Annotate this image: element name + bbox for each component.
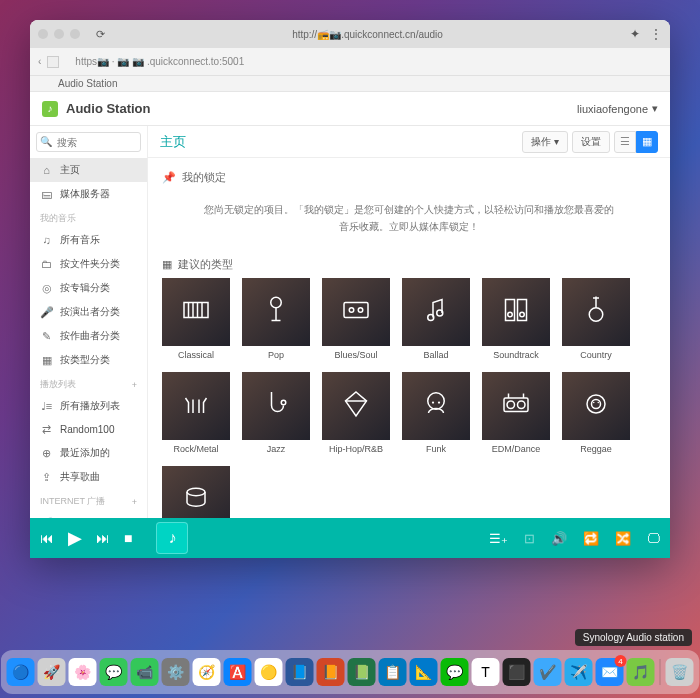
add-icon[interactable]: + [132,380,137,390]
dock-icon-chrome[interactable]: 🟡 [255,658,283,686]
dock-icon-settings[interactable]: ⚙️ [162,658,190,686]
list-view-button[interactable]: ☰ [614,131,636,153]
repeat-button[interactable]: 🔁 [583,531,599,546]
dock-icon-audio-station[interactable]: 🎵 [627,658,655,686]
sidebar-item-server[interactable]: 🖴 媒体服务器 [30,182,147,206]
sax-icon [258,386,294,426]
output-device-button[interactable]: 🖵 [647,531,660,546]
dock-icon-safari[interactable]: 🧭 [193,658,221,686]
genre-tile-afro [402,372,470,440]
dock-icon-terminal[interactable]: ⬛ [503,658,531,686]
lyrics-button[interactable]: ⊡ [524,531,535,546]
svg-point-20 [281,400,286,405]
dock-icon-appstore[interactable]: 🅰️ [224,658,252,686]
play-button[interactable]: ▶ [68,527,82,549]
genre-item[interactable]: Country [562,278,630,360]
svg-point-17 [589,308,603,322]
maximize-window-icon[interactable] [70,29,80,39]
sidebar-item-composer[interactable]: ✎ 按作曲者分类 [30,324,147,348]
dock-icon-launchpad[interactable]: 🚀 [38,658,66,686]
genre-tile-cassette [322,278,390,346]
address-bar[interactable]: http://📻📷.quickconnect.cn/audio [105,29,630,40]
grid-view-button[interactable]: ▦ [636,131,658,153]
favicon-icon [47,56,59,68]
dock-icon-messages[interactable]: 💬 [100,658,128,686]
settings-button[interactable]: 设置 [572,131,610,153]
dock-icon-facetime[interactable]: 📹 [131,658,159,686]
sidebar-item-plus[interactable]: ⊕ 最近添加的 [30,441,147,465]
genre-item[interactable]: Soundtrack [482,278,550,360]
svg-point-9 [349,308,354,313]
dock-icon-trash[interactable]: 🗑️ [666,658,694,686]
genre-item[interactable]: Pop [242,278,310,360]
volume-button[interactable]: 🔊 [551,531,567,546]
sidebar-item-disc[interactable]: ◎ 按专辑分类 [30,276,147,300]
dock-icon-excel[interactable]: 📗 [348,658,376,686]
sidebar-item-shuffle[interactable]: ⇄ Random100 [30,418,147,441]
extensions-icon[interactable]: ✦ [630,27,640,41]
sidebar-item-genre-grid[interactable]: ▦ 按类型分类 [30,348,147,372]
next-track-button[interactable]: ⏭ [96,530,110,546]
sidebar-item-share[interactable]: ⇪ 共享歌曲 [30,465,147,489]
genre-icon: ▦ [162,258,172,271]
genre-item[interactable]: Funk [402,372,470,454]
user-menu[interactable]: liuxiaofengone ▾ [577,102,658,115]
back-icon[interactable]: ‹ [38,56,41,67]
genre-item[interactable]: Hip-Hop/R&B [322,372,390,454]
close-window-icon[interactable] [38,29,48,39]
previous-track-button[interactable]: ⏮ [40,530,54,546]
sidebar-item-label: 所有播放列表 [60,399,120,413]
dock-tooltip: Synology Audio station [575,629,692,646]
composer-icon: ✎ [40,330,53,343]
shuffle-button[interactable]: 🔀 [615,531,631,546]
dock-icon-something[interactable]: ✔️ [534,658,562,686]
actions-dropdown[interactable]: 操作 ▾ [522,131,568,153]
wechat-icon: 💬 [446,664,463,680]
sidebar-item-folder[interactable]: 🗀 按文件夹分类 [30,252,147,276]
sidebar-item-artist[interactable]: 🎤 按演出者分类 [30,300,147,324]
sidebar-item-label: 按专辑分类 [60,281,110,295]
dock-icon-powerpoint[interactable]: 📙 [317,658,345,686]
svg-point-23 [432,401,434,403]
svg-point-22 [428,393,445,410]
drum-icon [178,480,214,518]
genre-item[interactable]: Reggae [562,372,630,454]
dock-icon-wechat[interactable]: 💬 [441,658,469,686]
note-heart-icon [418,292,454,332]
telegram-icon: ✈️ [570,664,587,680]
genre-item[interactable]: Blues/Soul [322,278,390,360]
genre-tile-speakers [482,278,550,346]
genre-item[interactable]: Ballad [402,278,470,360]
dock-icon-telegram[interactable]: ✈️ [565,658,593,686]
minimize-window-icon[interactable] [54,29,64,39]
genre-item[interactable]: World/Spiritual [162,466,230,518]
sidebar-item-list[interactable]: ♩≡ 所有播放列表 [30,394,147,418]
genre-item[interactable]: Classical [162,278,230,360]
reload-icon[interactable]: ⟳ [96,28,105,41]
add-icon[interactable]: + [132,497,137,507]
queue-button[interactable]: ☰₊ [489,531,508,546]
genre-label: Funk [426,444,446,454]
genre-label: Jazz [267,444,286,454]
dock-icon-typora[interactable]: T [472,658,500,686]
genre-item[interactable]: Rock/Metal [162,372,230,454]
menu-icon[interactable]: ⋮ [650,27,662,41]
genre-label: Hip-Hop/R&B [329,444,383,454]
dock-icon-trello[interactable]: 📋 [379,658,407,686]
now-playing-cover[interactable]: ♪ [156,522,188,554]
genre-item[interactable]: EDM/Dance [482,372,550,454]
dock-icon-finder[interactable]: 🔵 [7,658,35,686]
dock-icon-spark[interactable]: ✉️4 [596,658,624,686]
traffic-lights [38,29,80,39]
dock-icon-photos[interactable]: 🌸 [69,658,97,686]
genre-tile-sax [242,372,310,440]
sidebar-item-home[interactable]: ⌂ 主页 [30,158,147,182]
genre-item[interactable]: Jazz [242,372,310,454]
sidebar-item-note[interactable]: ♫ 所有音乐 [30,228,147,252]
sidebar-item-radio[interactable]: 📻 SHOUTcast(TM) [30,511,147,518]
dock-icon-vscode[interactable]: 📐 [410,658,438,686]
dock-separator [660,659,661,685]
stop-button[interactable]: ■ [124,530,132,546]
pin-icon: 📌 [162,171,176,184]
dock-icon-word[interactable]: 📘 [286,658,314,686]
